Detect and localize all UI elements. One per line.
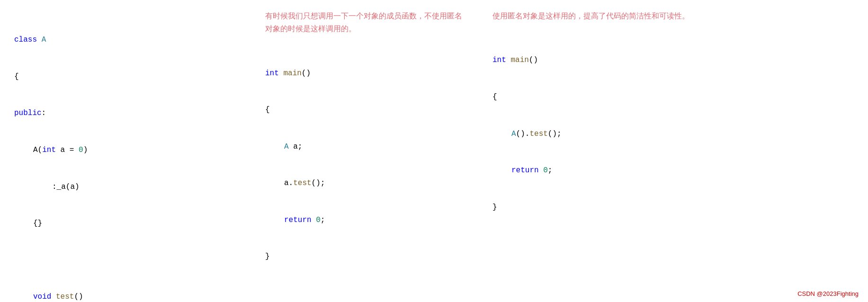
right-code-line-1: int main() <box>492 54 840 66</box>
page-container: class A { public: A(int a = 0) :_a(a) {}… <box>0 0 868 302</box>
middle-description: 有时候我们只想调用一下一个对象的成员函数，不使用匿名对象的时候是这样调用的。 <box>265 9 464 35</box>
right-description: 使用匿名对象是这样用的，提高了代码的简洁性和可读性。 <box>492 9 840 22</box>
middle-code-line-4: a.test(); <box>265 177 464 189</box>
left-code-block: class A { public: A(int a = 0) :_a(a) {}… <box>14 9 237 302</box>
code-line-1: class A <box>14 34 237 46</box>
code-line-4: A(int a = 0) <box>14 144 237 156</box>
right-code-block: int main() { A().test(); return 0; } <box>492 30 840 238</box>
code-line-3: public: <box>14 107 237 119</box>
middle-code-line-5: return 0; <box>265 214 464 226</box>
right-code-line-2: { <box>492 91 840 103</box>
middle-code-line-2: { <box>265 104 464 116</box>
middle-code-line-3: A a; <box>265 141 464 153</box>
middle-code-line-6: } <box>265 250 464 263</box>
code-line-6: {} <box>14 217 237 230</box>
left-code-section: class A { public: A(int a = 0) :_a(a) {}… <box>14 9 251 293</box>
right-code-line-5: } <box>492 201 840 213</box>
code-line-8: void test() <box>14 291 237 302</box>
footer-text: CSDN @2023Fighting <box>797 290 859 297</box>
code-line-5: :_a(a) <box>14 181 237 193</box>
code-line-2: { <box>14 71 237 83</box>
right-section: 使用匿名对象是这样用的，提高了代码的简洁性和可读性。 int main() { … <box>478 9 854 293</box>
middle-code-line-1: int main() <box>265 67 464 80</box>
right-code-line-3: A().test(); <box>492 128 840 140</box>
middle-section: 有时候我们只想调用一下一个对象的成员函数，不使用匿名对象的时候是这样调用的。 i… <box>251 9 478 293</box>
right-code-line-4: return 0; <box>492 164 840 177</box>
middle-code-block: int main() { A a; a.test(); return 0; } <box>265 43 464 287</box>
code-line-7 <box>14 254 237 266</box>
